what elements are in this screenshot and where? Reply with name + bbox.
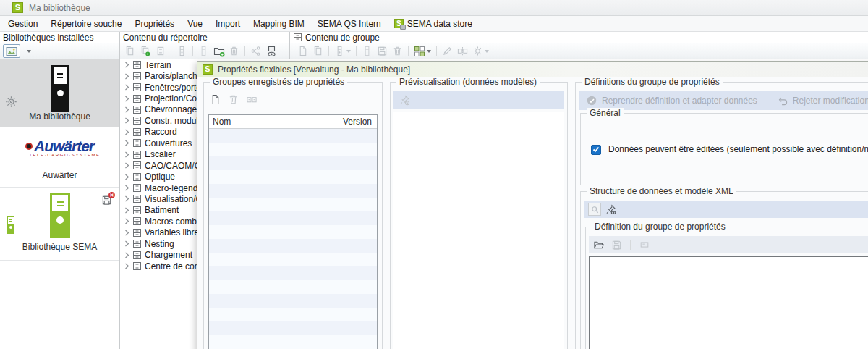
window-titlebar[interactable]: S Ma bibliothèque bbox=[0, 0, 868, 16]
pin-preview-button[interactable] bbox=[398, 93, 412, 107]
menu-sema-qs-intern[interactable]: SEMA QS Intern bbox=[311, 16, 388, 31]
binder-icon bbox=[176, 46, 187, 56]
reject-modifications-button[interactable]: Rejeter modifications bbox=[775, 96, 868, 106]
chevron-right-icon bbox=[124, 62, 129, 68]
panel-header-group: Contenu de groupe bbox=[290, 32, 868, 43]
panel-header-directory: Contenu du répertoire bbox=[120, 32, 290, 43]
library-label: Auwärter bbox=[0, 170, 119, 180]
field-button[interactable] bbox=[637, 238, 651, 252]
new-group-button[interactable] bbox=[208, 93, 222, 106]
menu-mapping-bim[interactable]: Mapping BIM bbox=[247, 16, 311, 31]
library-item-auwarter[interactable]: Auwärter TELE·CARGO·SYSTEME Auwärter bbox=[0, 127, 119, 188]
share-button[interactable] bbox=[249, 44, 263, 58]
grid-view-icon bbox=[414, 46, 425, 57]
folder-add-button[interactable] bbox=[212, 44, 226, 58]
libraries-sidebar: Ma bibliothèque Auwärter TELE·CARGO·SYST… bbox=[0, 59, 120, 349]
dropdown-caret-icon bbox=[346, 50, 351, 53]
general-groupbox: Général Données peuvent être éditées (se… bbox=[580, 113, 868, 185]
rename-group-button[interactable] bbox=[244, 93, 258, 106]
binder-light-button[interactable] bbox=[197, 44, 210, 58]
duplicate-button[interactable] bbox=[153, 44, 167, 58]
pin-structure-button[interactable] bbox=[604, 203, 618, 216]
edit-pen-button[interactable] bbox=[441, 44, 454, 58]
editable-data-label[interactable]: Données peuvent être éditées (seulement … bbox=[605, 143, 868, 156]
menu-repertoire-souche[interactable]: Répertoire souche bbox=[44, 16, 128, 31]
preview-panel: Prévisualisation (données modèles) bbox=[390, 82, 568, 349]
menu-vue[interactable]: Vue bbox=[181, 16, 209, 31]
directory-toolbar bbox=[120, 43, 290, 59]
binder-button-2[interactable] bbox=[360, 44, 374, 58]
gear-icon[interactable] bbox=[5, 96, 17, 108]
cabinet-icon bbox=[132, 94, 142, 104]
binder-dropdown-icon bbox=[334, 46, 345, 56]
window-title: Ma bibliothèque bbox=[29, 3, 90, 13]
settings-dropdown-button[interactable] bbox=[471, 44, 490, 58]
search-document-icon bbox=[590, 205, 600, 214]
thumbnail-view-dropdown[interactable] bbox=[22, 44, 35, 58]
delete-group-button[interactable] bbox=[226, 93, 240, 106]
dropdown-caret-icon bbox=[427, 50, 431, 53]
unsaved-changes-icon: ✕ bbox=[101, 195, 112, 206]
library-item-ma-bibliotheque[interactable]: Ma bibliothèque bbox=[0, 59, 119, 127]
chevron-right-icon bbox=[124, 195, 129, 202]
chevron-right-icon bbox=[124, 129, 129, 135]
column-header-nom[interactable]: Nom bbox=[209, 115, 339, 128]
editable-data-checkbox[interactable] bbox=[591, 145, 601, 155]
dialog-titlebar[interactable]: S Propriétés flexibles [Verwaltung - Ma … bbox=[197, 62, 868, 77]
field-icon bbox=[639, 240, 650, 250]
cabinet-preview-button[interactable] bbox=[264, 44, 278, 58]
column-header-version[interactable]: Version bbox=[339, 115, 377, 128]
copy-button[interactable] bbox=[123, 44, 137, 58]
cabinet-icon bbox=[293, 33, 302, 42]
group-toolbar bbox=[290, 43, 868, 59]
cabinet-icon bbox=[132, 127, 142, 137]
definitions-panel: Définitions du groupe de propriétés Repr… bbox=[575, 82, 868, 349]
delete-icon bbox=[392, 46, 403, 56]
structure-toolbar bbox=[584, 201, 868, 218]
sema-dialog-icon: S bbox=[203, 64, 213, 75]
new-document-button[interactable] bbox=[296, 44, 310, 58]
dropdown-caret-icon bbox=[485, 50, 489, 53]
apply-definition-button[interactable]: Reprendre définition et adapter données bbox=[583, 95, 760, 106]
pin-clock-icon bbox=[399, 95, 410, 106]
delete-icon bbox=[228, 94, 239, 105]
chevron-right-icon bbox=[124, 84, 129, 91]
cabinet-icon bbox=[132, 138, 142, 148]
chevron-right-icon bbox=[124, 263, 129, 269]
auwarter-wheel-icon bbox=[25, 143, 33, 150]
open-definition-button[interactable] bbox=[592, 238, 605, 252]
search-structure-button[interactable] bbox=[588, 203, 601, 216]
menu-proprietes[interactable]: Propriétés bbox=[128, 16, 181, 31]
library-item-bibliotheque-sema[interactable]: ✕ Bibliothèque SEMA bbox=[0, 188, 119, 261]
menu-bar: Gestion Répertoire souche Propriétés Vue… bbox=[0, 16, 868, 32]
library-binder-icon bbox=[51, 65, 69, 112]
menu-sema-data-store[interactable]: S SEMA data store bbox=[388, 16, 479, 31]
cabinet-icon bbox=[132, 161, 142, 170]
binder-button[interactable] bbox=[175, 44, 189, 58]
save-definition-button[interactable] bbox=[610, 238, 624, 252]
delete-button-2[interactable] bbox=[391, 44, 404, 58]
share-icon bbox=[250, 46, 261, 56]
preview-toolbar bbox=[393, 91, 564, 109]
compare-button[interactable] bbox=[456, 44, 469, 58]
duplicate-button-2[interactable] bbox=[311, 44, 325, 58]
definition-content-area[interactable] bbox=[589, 256, 868, 349]
delete-button[interactable] bbox=[227, 44, 241, 58]
chevron-right-icon bbox=[124, 252, 129, 258]
grid-view-button[interactable] bbox=[412, 44, 433, 58]
compare-icon bbox=[457, 46, 468, 56]
cabinet-icon bbox=[132, 72, 142, 81]
library-binder-icon bbox=[50, 193, 70, 238]
thumbnail-view-button[interactable] bbox=[3, 44, 20, 58]
menu-import[interactable]: Import bbox=[209, 16, 247, 31]
copy-add-button[interactable] bbox=[138, 44, 152, 58]
binder-dropdown-button[interactable] bbox=[333, 44, 352, 58]
cabinet-icon bbox=[132, 251, 142, 260]
groups-table[interactable]: Nom Version bbox=[208, 114, 378, 349]
save-button[interactable] bbox=[375, 44, 389, 58]
menu-gestion[interactable]: Gestion bbox=[1, 16, 44, 31]
new-document-icon bbox=[297, 46, 308, 56]
sema-app-icon: S bbox=[12, 2, 23, 13]
copy-add-icon bbox=[140, 46, 150, 56]
cabinet-icon bbox=[132, 183, 142, 193]
